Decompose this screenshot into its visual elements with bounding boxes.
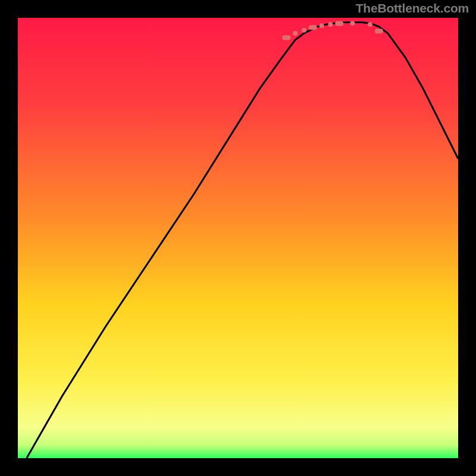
marker-segment: [320, 23, 324, 28]
marker-segment: [293, 31, 298, 36]
plot-svg: [18, 18, 458, 458]
chart-frame: TheBottleneck.com: [0, 0, 476, 476]
marker-segment: [282, 35, 290, 40]
gradient-background: [18, 18, 458, 458]
marker-segment: [350, 21, 355, 26]
attribution-label: TheBottleneck.com: [356, 1, 469, 15]
marker-segment: [302, 28, 306, 33]
marker-segment: [328, 22, 333, 27]
marker-segment: [335, 21, 343, 26]
marker-segment: [309, 25, 317, 30]
plot-area: [18, 18, 458, 458]
marker-segment: [368, 22, 372, 27]
marker-segment: [375, 29, 383, 33]
